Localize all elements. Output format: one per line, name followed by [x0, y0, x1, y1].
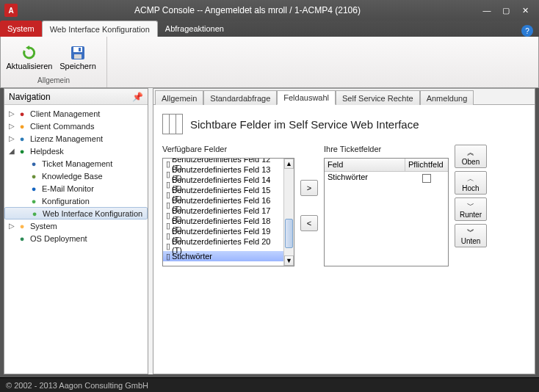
tab-feldauswahl[interactable]: Feldauswahl	[277, 90, 336, 105]
order-down-button[interactable]: ﹀Runter	[455, 197, 487, 221]
svg-rect-2	[74, 54, 82, 59]
field-icon: ▯	[164, 190, 172, 200]
order-up-button[interactable]: ︿Hoch	[455, 171, 487, 195]
field-icon: ▯	[164, 159, 172, 169]
page-title: Sichtbare Felder im Self Service Web Int…	[190, 118, 419, 131]
app-logo: A	[4, 4, 18, 17]
field-icon: ▯	[164, 200, 172, 210]
tree-twisty-icon[interactable]: ◢	[7, 147, 16, 155]
nav-item[interactable]: ▷●System	[4, 219, 148, 232]
tree-item-label: Client Management	[30, 109, 100, 118]
tree-twisty-icon[interactable]: ▷	[7, 122, 16, 130]
tree-twisty-icon[interactable]: ▷	[7, 134, 16, 142]
nav-item[interactable]: ●Konfiguration	[4, 195, 148, 207]
nav-item[interactable]: ▷●Lizenz Management	[4, 132, 148, 145]
svg-rect-1	[73, 47, 82, 52]
tree-item-icon: ●	[16, 109, 28, 119]
double-chevron-up-icon: ︽	[467, 148, 474, 158]
tree-item-icon: ●	[29, 208, 40, 219]
tree-item-label: Konfiguration	[42, 197, 90, 206]
minimize-button[interactable]: —	[477, 4, 496, 17]
tree-item-label: System	[30, 222, 57, 231]
help-button[interactable]: ?	[521, 25, 533, 37]
table-row[interactable]: Stichwörter	[325, 172, 448, 184]
ribbon-tab-abfrageaktionen[interactable]: Abfrageaktionen	[158, 21, 231, 37]
pin-icon[interactable]: 📌	[132, 92, 143, 102]
scroll-down-button[interactable]: ▼	[284, 255, 294, 266]
nav-item[interactable]: ●Knowledge Base	[4, 170, 148, 182]
tree-item-icon: ●	[28, 196, 40, 206]
status-bar: © 2002 - 2013 Aagon Consulting GmbH	[0, 377, 539, 392]
tree-twisty-icon[interactable]: ▷	[7, 222, 16, 230]
nav-item[interactable]: ▷●Client Commands	[4, 120, 148, 132]
nav-item[interactable]: ●Web Interface Konfiguration	[4, 207, 148, 219]
field-icon: ▯	[164, 180, 172, 189]
column-header-pflichtfeld[interactable]: Pflichtfeld	[405, 159, 448, 171]
tree-item-label: E-Mail Monitor	[42, 184, 94, 193]
tab-anmeldung[interactable]: Anmeldung	[420, 90, 474, 105]
tree-item-icon: ●	[16, 134, 28, 144]
tree-item-label: Web Interface Konfiguration	[43, 209, 142, 218]
order-top-button[interactable]: ︽Oben	[455, 145, 487, 168]
field-icon: ▯	[164, 242, 172, 251]
close-button[interactable]: ✕	[516, 4, 535, 17]
column-header-feld[interactable]: Feld	[325, 159, 405, 171]
tab-self-service-rechte[interactable]: Self Service Rechte	[336, 90, 420, 105]
available-fields-title: Verfügbare Felder	[162, 145, 294, 153]
field-icon: ▯	[164, 231, 172, 241]
field-icon: ▯	[164, 252, 172, 261]
available-fields-list[interactable]: ▯Benutzerdefiniertes Feld 12 (T)▯Benutze…	[162, 158, 294, 266]
ribbon-tab-system[interactable]: System	[0, 21, 42, 37]
tree-item-icon: ●	[16, 121, 28, 131]
nav-item[interactable]: ●Ticket Management	[4, 157, 148, 170]
maximize-button[interactable]: ▢	[496, 4, 516, 17]
speichern-button[interactable]: Speichern	[54, 38, 102, 76]
navigation-header: Navigation 📌	[4, 89, 148, 105]
scroll-thumb[interactable]	[285, 219, 293, 248]
tree-item-icon: ●	[28, 184, 40, 194]
nav-item[interactable]: ●E-Mail Monitor	[4, 182, 148, 195]
ribbon: Aktualisieren Speichern Allgemein	[0, 37, 539, 88]
cell-field: Stichwörter	[325, 172, 405, 184]
nav-item[interactable]: ◢●Helpdesk	[4, 145, 148, 157]
tab-allgemein[interactable]: Allgemein	[155, 90, 203, 105]
tab-standardabfrage[interactable]: Standardabfrage	[203, 90, 277, 105]
ribbon-group-label: Allgemein	[5, 76, 102, 84]
tree-item-label: Client Commands	[30, 122, 94, 131]
columns-icon	[162, 114, 183, 134]
title-bar: A ACMP Console -- Angemeldet als mroll /…	[0, 0, 539, 21]
checkbox[interactable]	[422, 174, 431, 183]
selected-fields-grid[interactable]: Feld Pflichtfeld Stichwörter	[324, 158, 449, 266]
content-panel: Allgemein Standardabfrage Feldauswahl Se…	[153, 88, 535, 374]
field-icon: ▯	[164, 221, 172, 231]
navigation-tree[interactable]: ▷●Client Management▷●Client Commands▷●Li…	[4, 105, 148, 374]
tree-item-label: OS Deployment	[30, 234, 87, 243]
refresh-icon	[21, 44, 38, 62]
list-item[interactable]: ▯Benutzerdefiniertes Feld 20 (T)	[163, 241, 283, 251]
selected-fields-title: Ihre Ticketfelder	[324, 145, 449, 153]
nav-item[interactable]: ▷●Client Management	[4, 107, 148, 120]
copyright: © 2002 - 2013 Aagon Consulting GmbH	[6, 381, 148, 390]
chevron-up-icon: ︿	[467, 174, 474, 184]
aktualisieren-button[interactable]: Aktualisieren	[5, 38, 54, 76]
move-left-button[interactable]: <	[300, 215, 318, 231]
tree-item-label: Lizenz Management	[30, 134, 103, 143]
window-title: ACMP Console -- Angemeldet als mroll / 1…	[18, 5, 477, 15]
tree-item-icon: ●	[28, 171, 40, 181]
ribbon-tabs: System Web Interface Konfiguration Abfra…	[0, 21, 539, 37]
nav-item[interactable]: ●OS Deployment	[4, 232, 148, 244]
move-right-button[interactable]: >	[300, 180, 318, 196]
scroll-up-button[interactable]: ▲	[284, 159, 294, 169]
content-tabs: Allgemein Standardabfrage Feldauswahl Se…	[153, 89, 535, 105]
ribbon-tab-web-interface[interactable]: Web Interface Konfiguration	[42, 21, 158, 37]
field-icon: ▯	[164, 170, 172, 179]
tree-item-icon: ●	[16, 221, 28, 231]
scrollbar[interactable]: ▲ ▼	[283, 159, 294, 266]
tree-twisty-icon[interactable]: ▷	[7, 109, 16, 117]
svg-rect-3	[79, 48, 81, 51]
tree-item-label: Ticket Management	[42, 159, 112, 168]
cell-required[interactable]	[405, 172, 448, 184]
tree-item-icon: ●	[28, 159, 40, 169]
order-bottom-button[interactable]: ︾Unten	[455, 224, 487, 247]
speichern-label: Speichern	[59, 62, 96, 70]
